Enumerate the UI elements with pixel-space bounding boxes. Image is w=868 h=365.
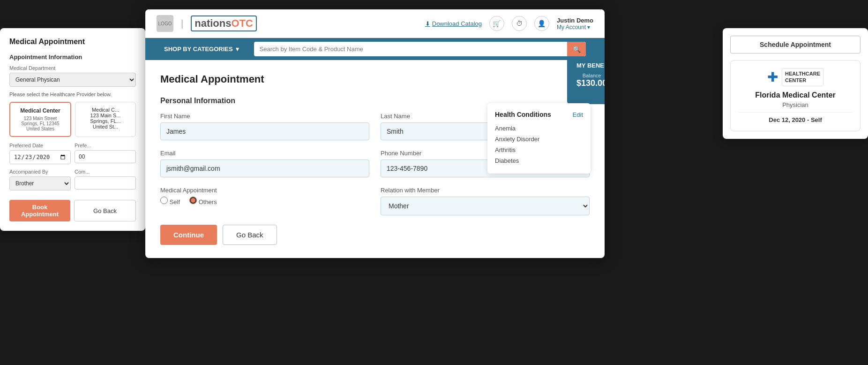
go-back-button-main[interactable]: Go Back <box>223 225 277 245</box>
self-radio[interactable] <box>160 197 168 204</box>
benefits-dropdown: MY BENEFITS Balance $130.00 Cart $0.00 Y… <box>567 56 605 104</box>
logo-label: LOGO <box>158 21 172 26</box>
condition-anxiety: Anxiety Disorder <box>495 134 583 144</box>
self-radio-option[interactable]: Self <box>160 197 180 205</box>
top-nav: LOGO | nationsOTC ⬇ Download Catalog 🛒 ⏱… <box>145 9 605 38</box>
preferred-date-input[interactable] <box>9 150 71 164</box>
left-panel-title: Medical Appointment <box>9 38 136 46</box>
relation-label: Relation with Member <box>381 187 590 194</box>
schedule-appointment-button[interactable]: Schedule Appointment <box>730 36 861 53</box>
logo-area: LOGO | nationsOTC <box>157 15 257 32</box>
nav-right: ⬇ Download Catalog 🛒 ⏱ 👤 Justin Demo My … <box>425 16 593 31</box>
balance-label: Balance <box>576 73 605 78</box>
user-name: Justin Demo <box>557 17 593 24</box>
logo-brand: nationsOTC <box>191 15 257 31</box>
medical-dept-label: Medical Department <box>9 65 136 71</box>
download-catalog-link[interactable]: ⬇ Download Catalog <box>425 20 482 27</box>
blue-cross-icon: ✚ <box>767 69 778 85</box>
email-input[interactable] <box>160 160 369 177</box>
card2-name: Medical C... <box>80 107 131 113</box>
relation-select[interactable]: Mother Self Father Brother Sister Others <box>381 197 590 215</box>
card2-country: United St... <box>80 124 131 129</box>
left-appointment-panel: Medical Appointment Appointment Informat… <box>0 28 145 231</box>
logo-nations: nations <box>195 17 231 29</box>
search-input[interactable] <box>254 42 586 56</box>
logo-otc: OTC <box>231 17 253 29</box>
condition-anemia: Anemia <box>495 123 583 134</box>
book-appointment-button[interactable]: Book Appointment <box>9 200 70 221</box>
medical-dept-select[interactable]: General Physican <box>9 73 136 87</box>
health-conditions-title: Health Conditions <box>495 111 551 118</box>
account-label: My Account ▾ <box>557 24 593 30</box>
continue-button[interactable]: Continue <box>160 225 217 245</box>
accompanied-by-select[interactable]: Brother <box>9 176 71 190</box>
comments-input[interactable] <box>75 176 136 190</box>
category-nav: SHOP BY CATEGORIES ▾ 🔍 <box>145 38 605 60</box>
preferred-date-label: Preferred Date <box>9 143 71 148</box>
card1-address: 123 Main Street <box>15 116 66 121</box>
page-title: Medical Appointment <box>160 73 590 85</box>
condition-diabetes: Diabetes <box>495 155 583 166</box>
card1-country: United States <box>15 126 66 131</box>
health-conditions-list: Anemia Anxiety Disorder Arthritis Diabet… <box>495 123 583 166</box>
others-radio-option[interactable]: Others <box>189 197 217 205</box>
relation-group: Relation with Member Mother Self Father … <box>381 187 590 215</box>
email-group: Email <box>160 150 369 177</box>
medical-card-1[interactable]: Medical Center 123 Main Street Springs, … <box>9 102 71 137</box>
accompanied-by-label: Accompanied By <box>9 169 71 175</box>
card2-address: 123 Main S... <box>80 113 131 118</box>
benefits-collapse-button[interactable]: ▾ <box>576 91 605 99</box>
card2-city: Springs, FL... <box>80 118 131 124</box>
first-name-group: First Name <box>160 113 369 140</box>
search-button[interactable]: 🔍 <box>567 42 586 56</box>
appointment-divider <box>738 112 853 113</box>
appointment-radio-group: Self Others <box>160 197 369 208</box>
appointment-info-heading: Appointment Information <box>9 53 136 61</box>
medical-cards-row: Medical Center 123 Main Street Springs, … <box>9 102 136 137</box>
go-back-button-left[interactable]: Go Back <box>74 200 136 221</box>
appointment-date: Dec 12, 2020 - Self <box>738 116 853 123</box>
user-info[interactable]: Justin Demo My Account ▾ <box>557 17 593 30</box>
appointment-card: ✚ HEALTHCARE CENTER Florida Medical Cent… <box>730 60 861 131</box>
others-radio[interactable] <box>189 197 197 204</box>
preferred-time-input[interactable] <box>75 150 136 163</box>
card1-name: Medical Center <box>15 107 66 114</box>
health-conditions-panel: Health Conditions Edit Anemia Anxiety Di… <box>487 103 591 174</box>
comments-label: Com... <box>75 169 136 175</box>
shop-by-categories-button[interactable]: SHOP BY CATEGORIES ▾ <box>157 39 247 59</box>
first-name-label: First Name <box>160 113 369 120</box>
appointment-type-label: Medical Appointment <box>160 187 369 194</box>
healthcare-name: Florida Medical Center <box>738 91 853 99</box>
medical-card-2[interactable]: Medical C... 123 Main S... Springs, FL..… <box>75 102 136 137</box>
helper-text: Please select the Healthcare Provider be… <box>9 91 136 97</box>
logo-divider: | <box>181 18 183 29</box>
right-panel: Schedule Appointment ✚ HEALTHCARE CENTER… <box>723 28 868 139</box>
edit-health-conditions-link[interactable]: Edit <box>573 111 583 118</box>
healthcare-logo: ✚ HEALTHCARE CENTER <box>738 68 853 86</box>
clock-icon[interactable]: ⏱ <box>512 16 527 31</box>
my-benefits-label: MY BENEFITS <box>576 62 605 69</box>
appointment-type-group: Medical Appointment Self Others <box>160 187 369 215</box>
email-label: Email <box>160 150 369 157</box>
card1-city: Springs, FL 12345 <box>15 121 66 126</box>
condition-arthritis: Arthritis <box>495 144 583 155</box>
search-bar: 🔍 <box>254 42 586 56</box>
user-icon[interactable]: 👤 <box>534 16 549 31</box>
preferred-time-label: Prefe... <box>75 143 136 148</box>
logo-icon: LOGO <box>157 15 173 32</box>
cart-icon[interactable]: 🛒 <box>489 16 504 31</box>
balance-value: $130.00 <box>576 78 605 88</box>
first-name-input[interactable] <box>160 122 369 140</box>
healthcare-center-label: HEALTHCARE CENTER <box>782 68 823 86</box>
healthcare-type: Physician <box>738 101 853 108</box>
balance-item: Balance $130.00 <box>576 73 605 88</box>
